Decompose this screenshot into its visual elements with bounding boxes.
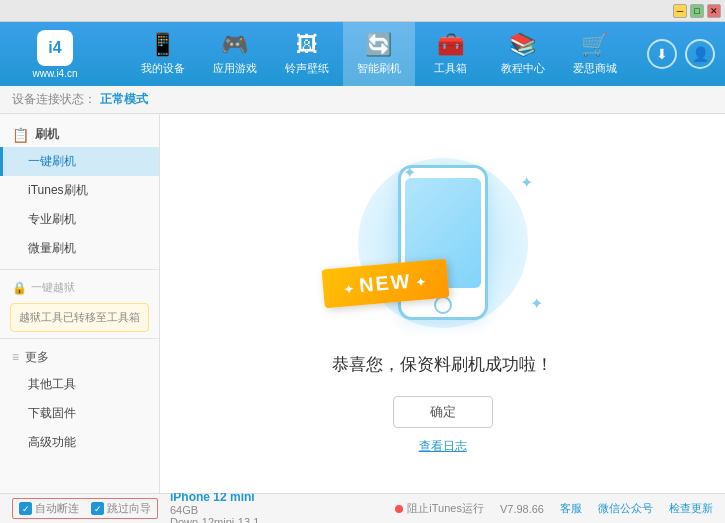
sidebar-item-other-tools[interactable]: 其他工具 <box>0 370 159 399</box>
smart-flash-icon: 🔄 <box>365 32 392 58</box>
wechat-label[interactable]: 微信公众号 <box>598 501 653 516</box>
sidebar-divider-1 <box>0 269 159 270</box>
logo-text: www.i4.cn <box>32 68 77 79</box>
nav-item-my-device-label: 我的设备 <box>141 61 185 76</box>
sidebar-more-title: ≡ 更多 <box>0 345 159 370</box>
checkbox-auto-icon: ✓ <box>19 502 32 515</box>
success-illustration: NEW ✦ ✦ ✦ <box>333 153 553 333</box>
sparkle-1: ✦ <box>403 163 416 182</box>
nav-right: ⬇ 👤 <box>647 39 715 69</box>
sparkle-2: ✦ <box>520 173 533 192</box>
toolbox-icon: 🧰 <box>437 32 464 58</box>
sidebar-info-box: 越狱工具已转移至工具箱 <box>10 303 149 332</box>
center-content: NEW ✦ ✦ ✦ 恭喜您，保资料刷机成功啦！ 确定 查看日志 <box>160 114 725 493</box>
title-bar: ─ □ ✕ <box>0 0 725 22</box>
stop-itunes-label: 阻止iTunes运行 <box>407 501 484 516</box>
update-label[interactable]: 检查更新 <box>669 501 713 516</box>
bottom-left: ✓ 自动断连 ✓ 跳过向导 iPhone 12 mini 64GB Down-1… <box>12 490 259 524</box>
phone-home-btn <box>434 296 452 314</box>
checkbox-auto-disconnect[interactable]: ✓ 自动断连 <box>19 501 79 516</box>
sidebar-item-micro-flash[interactable]: 微量刷机 <box>0 234 159 263</box>
nav-item-apps-label: 应用游戏 <box>213 61 257 76</box>
nav-item-ringtones-label: 铃声壁纸 <box>285 61 329 76</box>
sidebar-item-pro-flash[interactable]: 专业刷机 <box>0 205 159 234</box>
sparkle-3: ✦ <box>530 294 543 313</box>
sidebar-group-flash-title[interactable]: 📋 刷机 <box>0 122 159 147</box>
checkbox-skip-wizard[interactable]: ✓ 跳过向导 <box>91 501 151 516</box>
checkbox-skip-icon: ✓ <box>91 502 104 515</box>
sidebar-locked-label: 一键越狱 <box>31 280 75 295</box>
status-label: 设备连接状态： <box>12 91 96 108</box>
lock-icon: 🔒 <box>12 281 27 295</box>
version-label: V7.98.66 <box>500 503 544 515</box>
status-value: 正常模式 <box>100 91 148 108</box>
nav-item-toolbox[interactable]: 🧰 工具箱 <box>415 22 487 86</box>
bottom-right: 阻止iTunes运行 V7.98.66 客服 微信公众号 检查更新 <box>395 501 713 516</box>
sidebar-divider-2 <box>0 338 159 339</box>
stop-itunes-area[interactable]: 阻止iTunes运行 <box>395 501 484 516</box>
eq-icon: ≡ <box>12 350 19 364</box>
flash-group-icon: 📋 <box>12 127 29 143</box>
store-icon: 🛒 <box>581 32 608 58</box>
sidebar-item-one-click-flash[interactable]: 一键刷机 <box>0 147 159 176</box>
success-text: 恭喜您，保资料刷机成功啦！ <box>332 353 553 376</box>
minimize-button[interactable]: ─ <box>673 4 687 18</box>
tutorial-icon: 📚 <box>509 32 536 58</box>
device-storage: 64GB <box>170 504 259 516</box>
nav-item-toolbox-label: 工具箱 <box>434 61 467 76</box>
checkbox-skip-label: 跳过向导 <box>107 501 151 516</box>
sidebar-more-label: 更多 <box>25 349 49 366</box>
device-icon: 📱 <box>149 32 176 58</box>
user-button[interactable]: 👤 <box>685 39 715 69</box>
status-bar: 设备连接状态： 正常模式 <box>0 86 725 114</box>
nav-item-smart-flash[interactable]: 🔄 智能刷机 <box>343 22 415 86</box>
device-info: iPhone 12 mini 64GB Down-12mini-13,1 <box>170 490 259 524</box>
nav-item-tutorial[interactable]: 📚 教程中心 <box>487 22 559 86</box>
confirm-button[interactable]: 确定 <box>393 396 493 428</box>
back-log-link[interactable]: 查看日志 <box>419 438 467 455</box>
stop-dot <box>395 505 403 513</box>
sidebar-item-itunes-flash[interactable]: iTunes刷机 <box>0 176 159 205</box>
top-nav: i4 www.i4.cn 📱 我的设备 🎮 应用游戏 🖼 铃声壁纸 🔄 智能刷机… <box>0 22 725 86</box>
nav-item-apps-games[interactable]: 🎮 应用游戏 <box>199 22 271 86</box>
sidebar: 📋 刷机 一键刷机 iTunes刷机 专业刷机 微量刷机 🔒 一键越狱 越狱工具… <box>0 114 160 493</box>
checkbox-group: ✓ 自动断连 ✓ 跳过向导 <box>12 498 158 519</box>
bottom-bar: ✓ 自动断连 ✓ 跳过向导 iPhone 12 mini 64GB Down-1… <box>0 493 725 523</box>
logo-icon: i4 <box>37 30 73 66</box>
ringtones-icon: 🖼 <box>296 32 318 58</box>
nav-item-tutorial-label: 教程中心 <box>501 61 545 76</box>
nav-item-my-device[interactable]: 📱 我的设备 <box>127 22 199 86</box>
sidebar-group-flash: 📋 刷机 一键刷机 iTunes刷机 专业刷机 微量刷机 <box>0 122 159 263</box>
logo-area: i4 www.i4.cn <box>10 30 100 79</box>
nav-items: 📱 我的设备 🎮 应用游戏 🖼 铃声壁纸 🔄 智能刷机 🧰 工具箱 📚 教程中心… <box>110 22 647 86</box>
nav-item-smart-flash-label: 智能刷机 <box>357 61 401 76</box>
main-area: 📋 刷机 一键刷机 iTunes刷机 专业刷机 微量刷机 🔒 一键越狱 越狱工具… <box>0 114 725 493</box>
maximize-button[interactable]: □ <box>690 4 704 18</box>
sidebar-group-flash-label: 刷机 <box>35 126 59 143</box>
logo-char: i4 <box>48 39 61 57</box>
sidebar-locked-jailbreak: 🔒 一键越狱 <box>0 276 159 299</box>
checkbox-auto-label: 自动断连 <box>35 501 79 516</box>
nav-item-ringtones[interactable]: 🖼 铃声壁纸 <box>271 22 343 86</box>
nav-item-store[interactable]: 🛒 爱思商城 <box>559 22 631 86</box>
download-button[interactable]: ⬇ <box>647 39 677 69</box>
sidebar-item-download-firmware[interactable]: 下载固件 <box>0 399 159 428</box>
nav-item-store-label: 爱思商城 <box>573 61 617 76</box>
close-button[interactable]: ✕ <box>707 4 721 18</box>
device-model: Down-12mini-13,1 <box>170 516 259 524</box>
service-label[interactable]: 客服 <box>560 501 582 516</box>
apps-icon: 🎮 <box>221 32 248 58</box>
sidebar-item-advanced[interactable]: 高级功能 <box>0 428 159 457</box>
